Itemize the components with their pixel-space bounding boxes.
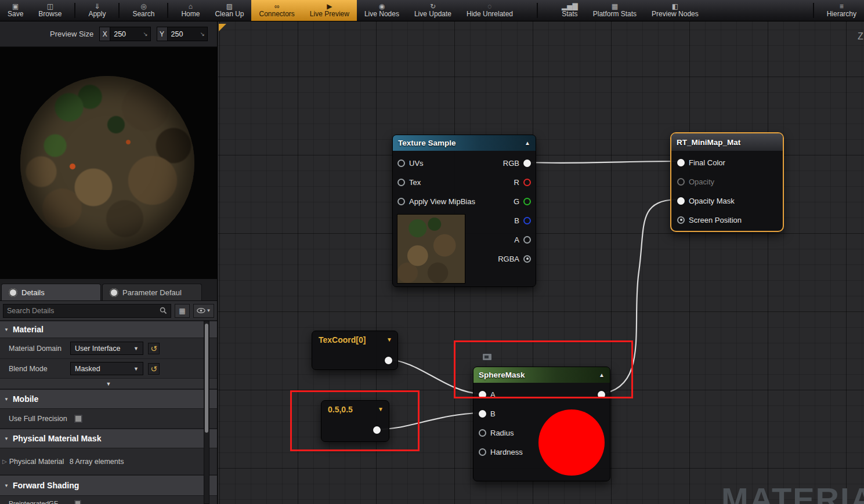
details-scrollbar-track[interactable] bbox=[204, 321, 209, 504]
apply-button[interactable]: ⇓ Apply bbox=[81, 0, 113, 21]
rgba-output-pin[interactable] bbox=[523, 255, 531, 263]
chevron-down-icon: ▼ bbox=[133, 366, 139, 372]
visibility-filter-button[interactable]: ▼ bbox=[193, 304, 214, 318]
section-header-mobile[interactable]: ▼ Mobile bbox=[0, 389, 217, 409]
spheremask-hardness-input-pin[interactable] bbox=[479, 448, 486, 456]
preview-size-x-input[interactable] bbox=[110, 30, 140, 38]
reset-material-domain-button[interactable]: ↺ bbox=[148, 343, 160, 354]
material-domain-dropdown[interactable]: User Interface ▼ bbox=[70, 342, 143, 355]
collapse-icon[interactable]: ▲ bbox=[525, 140, 530, 146]
blend-mode-dropdown[interactable]: Masked ▼ bbox=[70, 362, 143, 375]
advanced-expander[interactable]: ▼ bbox=[0, 379, 217, 389]
platform-stats-button[interactable]: ▦ Platform Stats bbox=[585, 0, 644, 21]
section-mobile-title: Mobile bbox=[13, 394, 38, 404]
spheremask-node-header[interactable]: SphereMask ▲ bbox=[473, 367, 610, 383]
spheremask-output-pin[interactable] bbox=[598, 391, 605, 398]
node-preview-toggle-icon[interactable] bbox=[482, 353, 492, 361]
stats-button[interactable]: ▂▅▇ Stats bbox=[554, 0, 585, 21]
spheremask-node[interactable]: SphereMask ▲ A B Radius Hardness bbox=[473, 367, 610, 481]
texcoord-output-pin[interactable] bbox=[385, 357, 392, 364]
tab-parameter-defaults[interactable]: Parameter Defaul bbox=[102, 284, 202, 300]
r-pin-label: R bbox=[514, 178, 519, 187]
uvs-pin-label: UVs bbox=[409, 159, 424, 168]
g-output-pin[interactable] bbox=[523, 198, 531, 205]
section-header-material[interactable]: ▼ Material bbox=[0, 321, 217, 338]
apply-view-mipbias-input-pin[interactable] bbox=[397, 198, 405, 205]
search-button[interactable]: ◎ Search bbox=[125, 0, 162, 21]
material-preview-viewport[interactable] bbox=[0, 47, 217, 279]
r-output-pin[interactable] bbox=[523, 179, 531, 186]
search-label: Search bbox=[132, 10, 154, 18]
resize-icon[interactable]: ↘ bbox=[198, 31, 207, 37]
live-nodes-button[interactable]: ◉ Live Nodes bbox=[357, 0, 407, 21]
opacity-input-pin[interactable] bbox=[677, 178, 685, 186]
reset-blend-mode-button[interactable]: ↺ bbox=[148, 363, 160, 375]
preview-size-label: Preview Size bbox=[50, 30, 93, 38]
grid-settings-button[interactable]: ▦ bbox=[175, 304, 190, 318]
tex-input-pin[interactable] bbox=[397, 179, 405, 186]
connectors-button[interactable]: ∞ Connectors bbox=[251, 0, 302, 21]
final-color-pin-label: Final Color bbox=[689, 158, 725, 167]
zoom-indicator: Z bbox=[858, 31, 863, 42]
screen-position-input-pin[interactable] bbox=[677, 216, 685, 224]
texture-sample-node-header[interactable]: Texture Sample ▲ bbox=[393, 135, 536, 151]
hierarchy-label: Hierarchy bbox=[827, 10, 856, 18]
row-blend-mode: Blend Mode Masked ▼ ↺ bbox=[0, 359, 217, 379]
pin-row-b: B bbox=[479, 408, 496, 419]
expand-advanced-icon: ▼ bbox=[106, 381, 111, 387]
tab-details[interactable]: Details bbox=[1, 284, 101, 300]
preintegrated-gf-checkbox[interactable] bbox=[74, 499, 82, 504]
a-output-pin[interactable] bbox=[523, 236, 531, 244]
constant2vector-node[interactable]: 0.5,0.5 ▼ bbox=[321, 400, 389, 442]
resize-icon[interactable]: ↘ bbox=[140, 31, 150, 37]
row-material-domain: Material Domain User Interface ▼ ↺ bbox=[0, 338, 217, 359]
rgb-pin-label: RGB bbox=[503, 159, 519, 168]
search-details-input[interactable] bbox=[7, 307, 160, 315]
home-button[interactable]: ⌂ Home bbox=[173, 0, 207, 21]
spheremask-radius-input-pin[interactable] bbox=[479, 429, 486, 437]
clean-up-button[interactable]: ▨ Clean Up bbox=[207, 0, 251, 21]
b-output-pin[interactable] bbox=[523, 217, 531, 224]
constant2vector-output-pin[interactable] bbox=[373, 426, 381, 434]
b-pin-label: B bbox=[514, 216, 519, 225]
chevron-down-icon[interactable]: ▼ bbox=[386, 336, 392, 343]
chevron-down-icon[interactable]: ▼ bbox=[378, 406, 384, 412]
texture-preview-thumbnail bbox=[397, 214, 465, 284]
opacity-mask-input-pin[interactable] bbox=[677, 197, 685, 205]
rt-minimap-mat-node[interactable]: RT_MiniMap_Mat Final Color Opacity Opaci… bbox=[670, 132, 784, 232]
live-update-button[interactable]: ↻ Live Update bbox=[407, 0, 459, 21]
preintegrated-gf-label: PreintegratedGF bbox=[9, 500, 74, 504]
reset-icon: ↺ bbox=[150, 364, 157, 374]
rt-minimap-mat-node-header[interactable]: RT_MiniMap_Mat bbox=[671, 133, 783, 151]
save-button[interactable]: ▣ Save bbox=[0, 0, 31, 21]
texcoord-node[interactable]: TexCoord[0] ▼ bbox=[312, 331, 398, 370]
toolbar-separator bbox=[118, 3, 120, 18]
section-header-forward-shading[interactable]: ▼ Forward Shading bbox=[0, 475, 217, 496]
expander-right-icon[interactable]: ▷ bbox=[2, 458, 7, 465]
opacity-pin-label: Opacity bbox=[689, 177, 714, 186]
collapse-icon[interactable]: ▲ bbox=[599, 372, 605, 378]
graph-corner-marker-icon bbox=[219, 24, 226, 31]
spheremask-a-input-pin[interactable] bbox=[479, 391, 486, 398]
live-preview-button[interactable]: ▶ Live Preview bbox=[302, 0, 357, 21]
preview-nodes-button[interactable]: ◧ Preview Nodes bbox=[644, 0, 706, 21]
preview-size-y-field[interactable]: Y ↘ bbox=[157, 27, 208, 41]
hide-unrelated-button[interactable]: ◌ Hide Unrelated bbox=[459, 0, 520, 21]
preview-size-y-input[interactable] bbox=[168, 30, 198, 38]
final-color-input-pin[interactable] bbox=[677, 159, 685, 166]
search-details-box[interactable] bbox=[3, 304, 171, 318]
uvs-input-pin[interactable] bbox=[397, 159, 405, 167]
spheremask-title: SphereMask bbox=[479, 371, 525, 379]
section-expand-icon: ▼ bbox=[4, 483, 9, 488]
use-full-precision-checkbox[interactable] bbox=[74, 414, 83, 423]
section-header-physical-material-mask[interactable]: ▼ Physical Material Mask bbox=[0, 429, 217, 448]
details-scrollbar-thumb[interactable] bbox=[205, 324, 208, 433]
preview-size-bar: Preview Size X ↘ Y ↘ bbox=[0, 21, 217, 47]
rgb-output-pin[interactable] bbox=[523, 159, 531, 167]
texture-sample-node[interactable]: Texture Sample ▲ UVs Tex Apply View MipB… bbox=[392, 135, 536, 287]
spheremask-b-input-pin[interactable] bbox=[479, 410, 486, 418]
hierarchy-button[interactable]: ≡ Hierarchy bbox=[819, 0, 864, 21]
browse-button[interactable]: ◫ Browse bbox=[31, 0, 69, 21]
preview-size-x-field[interactable]: X ↘ bbox=[99, 27, 150, 41]
pin-row-rgb: RGB bbox=[503, 157, 531, 169]
